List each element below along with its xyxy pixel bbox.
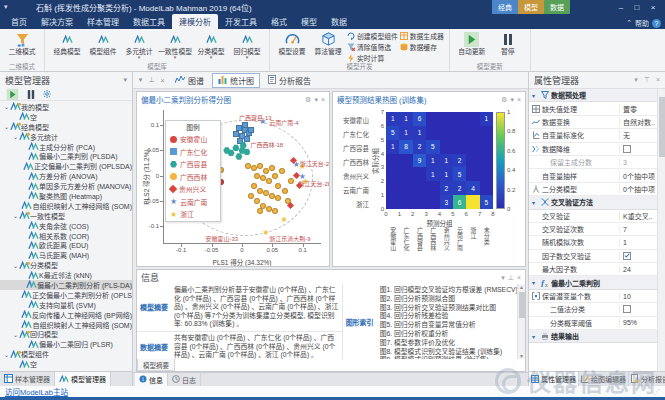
property-row-最大因子数[interactable]: 最大因子数24	[529, 263, 665, 276]
tab-属性管理器[interactable]: 属性管理器	[529, 372, 579, 386]
pause-button[interactable]	[26, 89, 36, 99]
tree-item[interactable]: K最近邻法 (kNN)	[0, 270, 132, 280]
property-row-保留潜变量个数[interactable]: 保留潜变量个数10	[529, 290, 665, 303]
settings-icon[interactable]: ▾	[634, 76, 638, 84]
ribbon-tab-解决方案[interactable]: 解决方案	[34, 14, 80, 29]
panel-caret-icon[interactable]: ▾	[123, 76, 127, 84]
tree-item[interactable]: 支持向量机 (SVM)	[0, 300, 132, 310]
close-icon[interactable]: ×	[517, 274, 521, 281]
expand-arrow-icon[interactable]: ⌄	[12, 262, 19, 269]
tree-item[interactable]: 相关系数 (COR)	[0, 231, 132, 241]
expand-arrow-icon[interactable]: ⌄	[12, 212, 19, 219]
resize-grip[interactable]: ⋰	[653, 388, 660, 396]
tab-model-summary[interactable]: 模型摘要	[137, 359, 175, 371]
tree-item[interactable]: 马氏距离 (MAH)	[0, 250, 132, 260]
tab-样本管理器[interactable]: 样本管理器	[0, 372, 55, 386]
ribbon-tab-数据工具[interactable]: 数据工具	[126, 14, 172, 29]
ribbon-button-一致性模型[interactable]: 一致性模型▾	[158, 30, 192, 59]
property-section-数据预处理[interactable]: ▾数据预处理	[529, 89, 665, 102]
settings-icon[interactable]: ⚙	[305, 96, 311, 103]
ribbon-button-暂停[interactable]: 暂停	[491, 30, 525, 55]
settings-icon[interactable]: ▾	[501, 274, 505, 281]
property-row-自变量抽样[interactable]: 自变量抽样0个抽中项	[529, 169, 665, 182]
tree-item[interactable]: 偏最小二乘判别分析 (PLS-DA)	[0, 280, 132, 290]
expand-arrow-icon[interactable]: ⌄	[12, 331, 19, 338]
ribbon-tab-首页[interactable]: 首页	[4, 14, 34, 29]
property-row-二分类模型[interactable]: 二分类模型0个抽中项	[529, 183, 665, 196]
tree-item[interactable]: ⌄分类模型	[0, 260, 132, 270]
tree-item[interactable]: ⌄一致性模型	[0, 211, 132, 221]
ribbon-collapse-icon[interactable]: ⌃	[626, 19, 632, 27]
tree-item[interactable]: ⌄我的模型	[0, 102, 132, 112]
checkbox[interactable]	[623, 145, 631, 153]
property-row-交叉验证[interactable]: 交叉验证K重交叉..	[529, 210, 665, 223]
dropdown-icon[interactable]: ▾	[136, 76, 145, 84]
tree-item[interactable]: 偏最小二乘判别 (PLSDA)	[0, 151, 132, 161]
property-row-交叉验证次数[interactable]: 交叉验证次数7	[529, 223, 665, 236]
tab-分析报告向导[interactable]: 分析报告向导	[629, 372, 665, 386]
tree-item[interactable]: 方差分析 (ANOVA)	[0, 171, 132, 181]
figure-list-item[interactable]: 图7. 模型参数评价及优化	[380, 339, 514, 348]
tree-item[interactable]: 正交偏最小二乘判别分析 (OPLS-DA)	[0, 290, 132, 300]
ribbon-button-经典模型[interactable]: 经典模型	[50, 30, 84, 55]
close-icon[interactable]: ×	[158, 77, 167, 84]
ribbon-button-二维模式[interactable]: 二维模式	[5, 30, 39, 55]
property-grid-scrollbar[interactable]	[657, 89, 665, 371]
checkbox[interactable]	[623, 305, 631, 313]
view-button-分析报告[interactable]: 分析报告	[262, 73, 317, 88]
ribbon-button-模型设置[interactable]: 模型设置	[275, 30, 309, 55]
dropdown-icon[interactable]: ▾	[314, 96, 318, 103]
figure-list-item[interactable]: 图1. 回归模型交叉验证均方根误差 (RMSECV)	[380, 286, 514, 295]
tree-item[interactable]: 自组织映射人工神经网络 (SOM)	[0, 201, 132, 211]
tab-绘图编辑器[interactable]: 绘图编辑器	[579, 372, 629, 386]
tree-item[interactable]: ⌄回归模型	[0, 329, 132, 339]
tree-item[interactable]: 单因多元方差分析 (MANOVA)	[0, 181, 132, 191]
ribbon-button-回归模型[interactable]: 回归模型▾	[230, 30, 264, 59]
property-section-结果输出[interactable]: ▾结果输出	[529, 330, 665, 343]
checkbox-checked[interactable]	[623, 252, 631, 260]
property-section-偏最小二乘判别[interactable]: ▾fx偏最小二乘判别	[529, 276, 665, 289]
ribbon-tab-格式[interactable]: 格式	[264, 14, 294, 29]
run-button[interactable]	[7, 88, 19, 100]
scrollbar-thumb[interactable]	[659, 97, 665, 157]
property-row-因子数交叉验证[interactable]: 因子数交叉验证	[529, 250, 665, 263]
tree-item[interactable]: 夹角余弦 (COS)	[0, 221, 132, 231]
ribbon-button-数据生成器[interactable]: 数据生成器	[400, 30, 444, 41]
tab-模型管理器[interactable]: 模型管理器	[55, 372, 111, 386]
view-button-统计图[interactable]: 统计图	[212, 73, 260, 88]
close-icon[interactable]: ×	[517, 96, 521, 103]
tree-item[interactable]: 偏最小二乘回归 (PLSR)	[0, 339, 132, 349]
figure-list-item[interactable]: 图5. 回归分析自变量异常值分析	[380, 321, 514, 330]
ribbon-button-分类模型[interactable]: 分类模型▾	[194, 30, 228, 59]
tree-item[interactable]: 自组织映射人工神经网络 (SOM)	[0, 320, 132, 330]
tree-item[interactable]: 空	[0, 112, 132, 122]
property-row-数据变换[interactable]: 数据变换自然对数..	[529, 116, 665, 129]
figure-list-item[interactable]: 图4. 回归分析残差检验	[380, 312, 514, 321]
ribbon-button-多元统计[interactable]: 多元统计▾	[122, 30, 156, 59]
property-row-缺失值处理[interactable]: 缺失值处理置零	[529, 102, 665, 115]
pin-icon[interactable]: ⊥	[147, 76, 156, 84]
view-button-图谱[interactable]: 图谱	[169, 73, 210, 88]
settings-button[interactable]	[43, 90, 51, 98]
dropdown-icon[interactable]: ⊤	[644, 76, 650, 84]
help-label[interactable]: 帮助	[635, 18, 649, 28]
figure-list-item[interactable]: 图6. 回归分析权重分析	[380, 330, 514, 339]
ribbon-button-算法管理[interactable]: 算法管理	[311, 30, 345, 55]
ribbon-tab-数据[interactable]: 数据	[324, 14, 354, 29]
context-group-3[interactable]: 数据	[544, 0, 570, 14]
ribbon-tab-样本管理[interactable]: 样本管理	[80, 14, 126, 29]
ribbon-button-清除值筛选[interactable]: 清除值筛选	[347, 41, 398, 52]
minimize-button[interactable]: –	[613, 0, 629, 14]
tree-item[interactable]: 正交偏最小二乘判别 (OPLSDA)	[0, 161, 132, 171]
tab-日志[interactable]: 日志	[168, 373, 201, 386]
property-row-随机模拟次数[interactable]: 随机模拟次数1	[529, 236, 665, 249]
ribbon-button-自动更新[interactable]: 自动更新	[455, 30, 489, 55]
tree-item[interactable]: ⌄经典模型	[0, 122, 132, 132]
dropdown-icon[interactable]: ⊥	[508, 274, 514, 281]
dropdown-icon[interactable]: ▾	[510, 96, 514, 103]
figure-list-item[interactable]: 图9. 模型模式识别预测结果 (验证集)	[380, 356, 514, 359]
ribbon-tab-开发工具[interactable]: 开发工具	[218, 14, 264, 29]
property-row-分类概率阈值[interactable]: 分类概率阈值95%	[529, 317, 665, 330]
help-icon[interactable]: ?	[652, 19, 661, 28]
settings-icon[interactable]: ⚙	[501, 96, 507, 103]
